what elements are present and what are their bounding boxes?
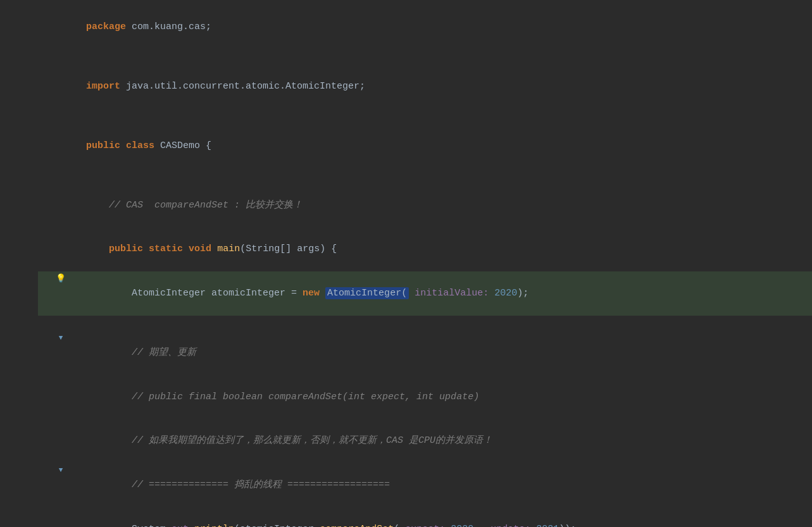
gutter-3 [38, 65, 73, 80]
method-println-1: println [194, 524, 234, 527]
gutter-2 [38, 49, 73, 65]
num-2020-1: 2020 [451, 524, 473, 527]
code-13: // 如果我期望的值达到了，那么就更新，否则，就不更新，CAS 是CPU的并发原… [38, 419, 799, 463]
highlight-atomicinteger: AtomicInteger( [325, 287, 409, 299]
gutter-15 [38, 507, 73, 523]
line-15: System.out.println(atomicInteger.compare… [38, 507, 812, 528]
gutter-5 [38, 124, 73, 139]
kw-void: void [189, 244, 211, 254]
line-7: // CAS compareAndSet : 比较并交换！ [38, 183, 812, 227]
comment-expect-update: // 期望、更新 [86, 347, 196, 358]
num-2021-1: 2021 [536, 524, 559, 527]
comment-signature: // public final boolean compareAndSet(in… [86, 392, 479, 402]
kw-new: new [303, 288, 320, 299]
method-main: main [217, 244, 240, 254]
line-11: ▼ // 期望、更新 [38, 331, 812, 375]
gutter-6 [38, 168, 73, 183]
gutter-11: ▼ [38, 331, 73, 346]
line-6 [38, 168, 812, 183]
code-9: AtomicInteger atomicInteger = new Atomic… [38, 271, 799, 316]
code-8: public static void main(String[] args) { [38, 227, 799, 271]
line-14: ▼ // ============== 捣乱的线程 ==============… [38, 463, 812, 507]
keyword-package: package [86, 22, 126, 32]
gutter-13 [38, 419, 73, 434]
line-3: import java.util.concurrent.atomic.Atomi… [38, 65, 812, 109]
arrow-down-icon-2: ▼ [56, 466, 65, 475]
line-10 [38, 316, 812, 331]
code-area: package com.kuang.cas; import java.util.… [0, 5, 812, 527]
kw-static: static [149, 244, 183, 254]
comment-cas-explain: // 如果我期望的值达到了，那么就更新，否则，就不更新，CAS 是CPU的并发原… [86, 435, 492, 446]
line-9: 💡 AtomicInteger atomicInteger = new Atom… [38, 271, 812, 316]
gutter-14: ▼ [38, 463, 73, 478]
code-12: // public final boolean compareAndSet(in… [38, 375, 799, 419]
comment-cas: // CAS compareAndSet : 比较并交换！ [86, 200, 303, 211]
line-13: // 如果我期望的值达到了，那么就更新，否则，就不更新，CAS 是CPU的并发原… [38, 419, 812, 463]
line-1: package com.kuang.cas; [38, 5, 812, 49]
gutter-1 [38, 5, 73, 20]
gutter-9: 💡 [38, 271, 73, 287]
code-5: public class CASDemo { [38, 124, 799, 168]
gutter-7 [38, 183, 73, 198]
line-5: public class CASDemo { [38, 124, 812, 168]
code-1: package com.kuang.cas; [38, 5, 799, 49]
gutter-4 [38, 109, 73, 124]
gutter-10 [38, 316, 73, 331]
kw-public2: public [109, 244, 143, 254]
code-14: // ============== 捣乱的线程 ================… [38, 463, 799, 507]
kw-public: public [86, 140, 120, 151]
gutter-12 [38, 375, 73, 390]
bulb-icon: 💡 [56, 275, 65, 283]
keyword-import: import [86, 81, 120, 92]
code-7: // CAS compareAndSet : 比较并交换！ [38, 183, 799, 227]
comment-disturb-thread: // ============== 捣乱的线程 ================… [86, 480, 390, 490]
param-initialvalue: initialValue: [409, 288, 494, 299]
code-11: // 期望、更新 [38, 331, 799, 375]
num-2020-init: 2020 [494, 288, 517, 299]
out-field-1: out [172, 524, 189, 527]
param-expect-1: expect: [399, 524, 451, 527]
line-2 [38, 49, 812, 65]
line-12: // public final boolean compareAndSet(in… [38, 375, 812, 419]
code-3: import java.util.concurrent.atomic.Atomi… [38, 65, 799, 109]
arrow-down-icon-1: ▼ [56, 334, 65, 343]
gutter-8 [38, 227, 73, 242]
method-cas-1: compareAndSet [320, 524, 394, 527]
line-4 [38, 109, 812, 124]
line-8: public static void main(String[] args) { [38, 227, 812, 271]
code-15: System.out.println(atomicInteger.compare… [38, 507, 799, 528]
param-update-1: update: [490, 524, 536, 527]
kw-class: class [126, 140, 154, 151]
editor: package com.kuang.cas; import java.util.… [0, 0, 812, 527]
